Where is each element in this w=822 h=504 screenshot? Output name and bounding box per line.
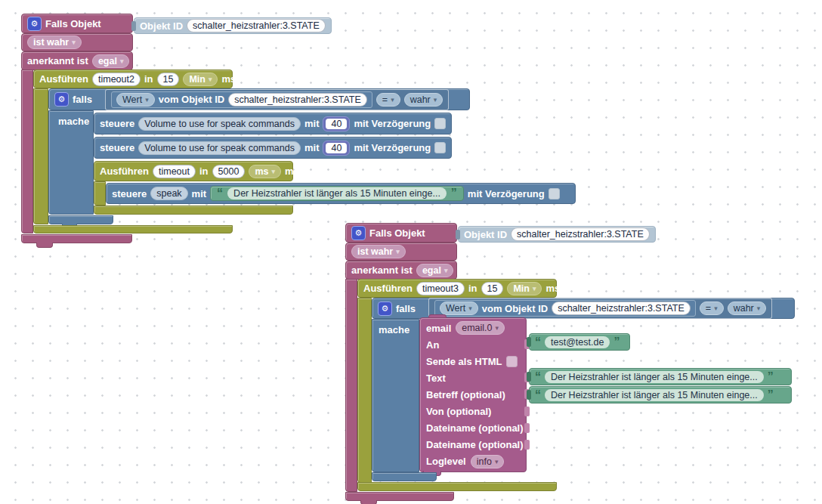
mutator-gear-icon[interactable]: ⚙ (378, 301, 392, 316)
unit-dropdown[interactable]: Min ▾ (507, 282, 542, 295)
oid-field[interactable]: schalter_heizstrahler:3.STATE (228, 93, 367, 107)
get-value-block[interactable]: Wert ▾ vom Objekt ID schalter_heizstrahl… (111, 91, 372, 108)
number-shadow-block[interactable]: 40 (323, 141, 350, 156)
timeout-name-field[interactable]: timeout2 (92, 73, 141, 86)
control-target-field[interactable]: speak (150, 187, 187, 200)
unit-dropdown[interactable]: Min ▾ (183, 73, 218, 86)
attr-dropdown[interactable]: Wert ▾ (116, 93, 155, 107)
delay-checkbox[interactable] (549, 188, 560, 199)
betreff-text-field[interactable]: Der Heizstrahler ist länger als 15 Minut… (545, 389, 764, 401)
timeout3-footer[interactable] (357, 482, 557, 491)
timeout-value-field[interactable]: 15 (157, 73, 180, 86)
timeout-name-field[interactable]: timeout (153, 165, 196, 178)
if1-condition-socket[interactable]: Wert ▾ vom Objekt ID schalter_heizstrahl… (105, 89, 449, 110)
trigger2-header[interactable]: ⚙ Falls Objekt (345, 223, 457, 243)
chevron-down-icon: ▾ (533, 285, 536, 292)
operator-value: = (706, 303, 711, 314)
email-text-row: Text (420, 369, 526, 386)
trigger2-spine[interactable] (345, 279, 357, 492)
email-label: email (426, 323, 451, 334)
unit-value: Min (513, 283, 530, 294)
mutator-gear-icon[interactable]: ⚙ (54, 92, 69, 107)
trigger2-ack-row[interactable]: anerkannt ist egal ▾ (345, 261, 457, 280)
timeout-value-field[interactable]: 15 (481, 282, 504, 295)
timeout2-footer[interactable] (33, 225, 233, 233)
oid-field[interactable]: schalter_heizstrahler:3.STATE (187, 19, 326, 32)
html-checkbox[interactable] (506, 356, 518, 367)
chevron-down-icon: ▾ (434, 96, 437, 104)
trigger1-header[interactable]: ⚙ Falls Objekt (21, 14, 133, 33)
oid-label: Objekt ID (464, 229, 507, 240)
operator-dropdown[interactable]: = ▾ (376, 93, 400, 107)
timeout-inner-header[interactable]: Ausführen timeout in 5000 ms ▾ ms (94, 161, 293, 181)
then-label: mache (58, 116, 89, 127)
if1-header[interactable]: ⚙ falls Wert ▾ vom Objekt ID schalter_he… (48, 88, 470, 110)
timeout-inner-spine[interactable] (94, 181, 106, 206)
control-target-field[interactable]: Volume to use for speak commands (138, 117, 301, 131)
email-an-value-block[interactable]: “ test@test.de ” (529, 333, 630, 351)
chevron-down-icon: ▾ (396, 248, 400, 255)
if2-footer[interactable] (372, 472, 437, 481)
trigger1-title: Falls Objekt (45, 18, 101, 29)
trigger1-spine[interactable] (21, 70, 33, 233)
get-value-block[interactable]: Wert ▾ vom Objekt ID schalter_heizstrahl… (434, 300, 696, 317)
von-label: Von (optional) (426, 406, 491, 417)
timeout3-header[interactable]: Ausführen timeout3 in 15 Min ▾ ms (357, 279, 557, 298)
number-field[interactable]: 40 (326, 143, 347, 153)
an-text-field[interactable]: test@test.de (545, 336, 610, 348)
text-shadow-block[interactable]: “ Der Heizstrahler ist länger als 15 Min… (210, 186, 464, 201)
ack-dropdown[interactable]: egal ▾ (416, 264, 454, 277)
timeout2-spine[interactable] (33, 88, 48, 224)
mutator-gear-icon[interactable]: ⚙ (27, 17, 42, 31)
operator-dropdown[interactable]: = ▾ (700, 301, 724, 315)
chevron-down-icon: ▾ (468, 305, 472, 312)
email-block[interactable]: email email.0 ▾ An Sende als HTML Text B… (419, 317, 527, 472)
delay-label: mit Verzögerung (354, 118, 431, 129)
if1-spine[interactable]: mache (48, 110, 94, 215)
timeout3-spine[interactable] (357, 298, 372, 483)
speak-text-field[interactable]: Der Heizstrahler ist länger als 15 Minut… (227, 187, 447, 199)
open-quote-icon: “ (535, 389, 541, 401)
timeout-name-field[interactable]: timeout3 (416, 282, 465, 295)
if2-spine[interactable]: mache (372, 319, 419, 472)
mutator-gear-icon[interactable]: ⚙ (351, 226, 366, 240)
control-speak-block[interactable]: steuere speak mit “ Der Heizstrahler ist… (106, 183, 576, 204)
oid-field[interactable]: schalter_heizstrahler:3.STATE (552, 301, 691, 315)
delay-checkbox[interactable] (434, 118, 446, 129)
if2-condition-socket[interactable]: Wert ▾ vom Objekt ID schalter_heizstrahl… (428, 298, 772, 319)
truthy-dropdown[interactable]: ist wahr ▾ (351, 245, 406, 258)
trigger2-oid-block[interactable]: Objekt ID schalter_heizstrahler:3.STATE (458, 226, 656, 243)
chevron-down-icon: ▾ (757, 305, 761, 312)
timeout2-header[interactable]: Ausführen timeout2 in 15 Min ▾ ms (33, 70, 233, 88)
ack-label: anerkannt ist (27, 55, 88, 66)
attr-dropdown[interactable]: Wert ▾ (440, 301, 478, 315)
loglevel-dropdown[interactable]: info ▾ (471, 455, 505, 468)
delay-checkbox[interactable] (434, 142, 446, 153)
control-target-field[interactable]: Volume to use for speak commands (138, 141, 301, 155)
number-shadow-block[interactable]: 40 (323, 116, 350, 131)
email-betreff-value-block[interactable]: “ Der Heizstrahler ist länger als 15 Min… (529, 386, 792, 404)
text-text-field[interactable]: Der Heizstrahler ist länger als 15 Minut… (545, 371, 764, 383)
compare-dropdown[interactable]: wahr ▾ (728, 301, 767, 315)
oid-field[interactable]: schalter_heizstrahler:3.STATE (511, 227, 650, 241)
number-field[interactable]: 40 (326, 119, 347, 129)
connector-tab-icon (527, 372, 531, 382)
timeout-value-field[interactable]: 5000 (212, 165, 246, 178)
then-label: mache (379, 324, 409, 335)
control-volume-block-1[interactable]: steuere Volume to use for speak commands… (94, 113, 452, 135)
trigger1-ack-row[interactable]: anerkannt ist egal ▾ (21, 51, 133, 70)
blockly-workspace[interactable]: ⚙ Falls Objekt Objekt ID schalter_heizst… (0, 0, 822, 504)
trigger1-oid-block[interactable]: Objekt ID schalter_heizstrahler:3.STATE (134, 17, 332, 34)
if1-footer[interactable] (48, 215, 113, 224)
unit-dropdown[interactable]: ms ▾ (249, 165, 281, 178)
truthy-dropdown[interactable]: ist wahr ▾ (27, 36, 82, 49)
ack-dropdown[interactable]: egal ▾ (92, 54, 130, 68)
connector-tab-icon (456, 230, 460, 240)
control-volume-block-2[interactable]: steuere Volume to use for speak commands… (94, 137, 452, 159)
timeout-inner-footer[interactable] (94, 206, 293, 215)
compare-dropdown[interactable]: wahr ▾ (404, 93, 443, 107)
email-text-value-block[interactable]: “ Der Heizstrahler ist länger als 15 Min… (529, 368, 792, 385)
email-instance-dropdown[interactable]: email.0 ▾ (456, 321, 505, 335)
trigger1-condition-row[interactable]: ist wahr ▾ (21, 33, 133, 51)
trigger2-condition-row[interactable]: ist wahr ▾ (345, 243, 457, 261)
